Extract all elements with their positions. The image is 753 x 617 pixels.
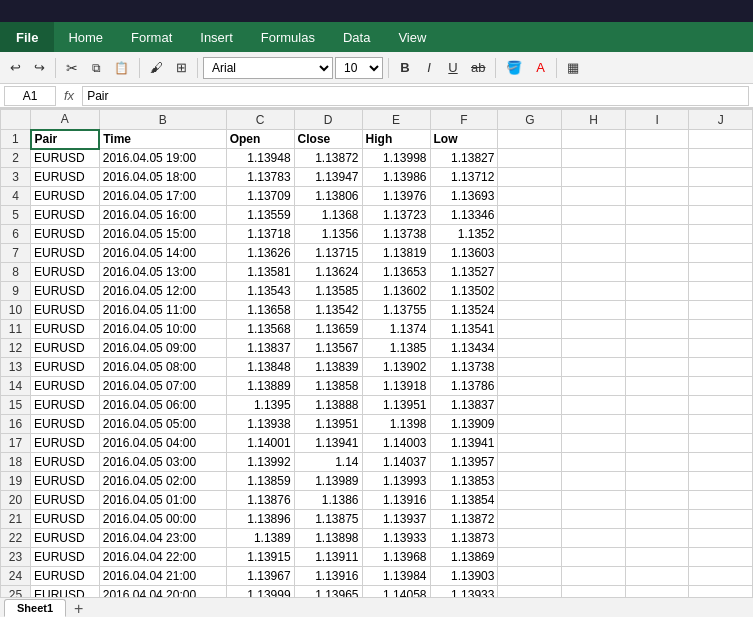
cell-pair[interactable]: EURUSD	[31, 472, 100, 491]
cell-open[interactable]: 1.13876	[226, 491, 294, 510]
cell-time[interactable]: 2016.04.04 21:00	[99, 567, 226, 586]
cell-g[interactable]	[498, 529, 562, 548]
cell-close[interactable]: 1.1356	[294, 225, 362, 244]
cell-high[interactable]: 1.13653	[362, 263, 430, 282]
cell-time[interactable]: 2016.04.05 10:00	[99, 320, 226, 339]
cell-time[interactable]: 2016.04.05 04:00	[99, 434, 226, 453]
col-header-e[interactable]: E	[362, 110, 430, 130]
cell-i[interactable]	[625, 225, 688, 244]
cell-g[interactable]	[498, 510, 562, 529]
cell-g[interactable]	[498, 472, 562, 491]
cell-high[interactable]: 1.13918	[362, 377, 430, 396]
cell-high[interactable]: 1.14037	[362, 453, 430, 472]
cell-pair[interactable]: EURUSD	[31, 453, 100, 472]
cell-low[interactable]: 1.13941	[430, 434, 498, 453]
cell-high[interactable]: 1.13723	[362, 206, 430, 225]
cell-g[interactable]	[498, 301, 562, 320]
cell-pair[interactable]: EURUSD	[31, 168, 100, 187]
menu-format[interactable]: Format	[117, 22, 186, 52]
cell-pair[interactable]: EURUSD	[31, 377, 100, 396]
menu-insert[interactable]: Insert	[186, 22, 247, 52]
cell-close[interactable]: 1.13715	[294, 244, 362, 263]
cell-g[interactable]	[498, 149, 562, 168]
cell-j[interactable]	[689, 396, 753, 415]
cell-j1[interactable]	[689, 130, 753, 149]
cell-i1[interactable]	[625, 130, 688, 149]
cell-time[interactable]: 2016.04.05 01:00	[99, 491, 226, 510]
cell-low[interactable]: 1.13693	[430, 187, 498, 206]
cell-h[interactable]	[562, 586, 626, 598]
cell-open[interactable]: 1.13889	[226, 377, 294, 396]
undo-button[interactable]: ↩	[4, 56, 26, 80]
cell-h[interactable]	[562, 339, 626, 358]
cell-time[interactable]: 2016.04.05 18:00	[99, 168, 226, 187]
cell-g[interactable]	[498, 396, 562, 415]
cell-j[interactable]	[689, 548, 753, 567]
cell-i[interactable]	[625, 567, 688, 586]
menu-data[interactable]: Data	[329, 22, 384, 52]
cell-g[interactable]	[498, 415, 562, 434]
cell-time[interactable]: 2016.04.05 05:00	[99, 415, 226, 434]
cell-open[interactable]: 1.13559	[226, 206, 294, 225]
cell-j[interactable]	[689, 491, 753, 510]
cell-g[interactable]	[498, 225, 562, 244]
cell-j[interactable]	[689, 377, 753, 396]
cell-i[interactable]	[625, 168, 688, 187]
formula-input[interactable]	[82, 86, 749, 106]
cell-h1[interactable]	[562, 130, 626, 149]
cell-open[interactable]: 1.13938	[226, 415, 294, 434]
cell-j[interactable]	[689, 320, 753, 339]
paste-button[interactable]: 📋	[109, 56, 134, 80]
bold-button[interactable]: B	[394, 56, 416, 80]
cell-h[interactable]	[562, 263, 626, 282]
cell-pair[interactable]: EURUSD	[31, 225, 100, 244]
cell-c1[interactable]: Open	[226, 130, 294, 149]
cell-low[interactable]: 1.13786	[430, 377, 498, 396]
cell-low[interactable]: 1.13738	[430, 358, 498, 377]
cell-j[interactable]	[689, 282, 753, 301]
cell-time[interactable]: 2016.04.05 00:00	[99, 510, 226, 529]
cell-h[interactable]	[562, 453, 626, 472]
cell-i[interactable]	[625, 396, 688, 415]
cell-h[interactable]	[562, 377, 626, 396]
cell-close[interactable]: 1.13542	[294, 301, 362, 320]
cell-pair[interactable]: EURUSD	[31, 187, 100, 206]
cell-close[interactable]: 1.13858	[294, 377, 362, 396]
cell-low[interactable]: 1.13903	[430, 567, 498, 586]
cell-high[interactable]: 1.13984	[362, 567, 430, 586]
cell-b1[interactable]: Time	[99, 130, 226, 149]
cell-time[interactable]: 2016.04.04 23:00	[99, 529, 226, 548]
cell-pair[interactable]: EURUSD	[31, 244, 100, 263]
cell-close[interactable]: 1.13951	[294, 415, 362, 434]
cell-g[interactable]	[498, 168, 562, 187]
sheet-tab-sheet1[interactable]: Sheet1	[4, 599, 66, 617]
cell-close[interactable]: 1.13888	[294, 396, 362, 415]
cell-time[interactable]: 2016.04.05 03:00	[99, 453, 226, 472]
font-name-select[interactable]: Arial	[203, 57, 333, 79]
cell-low[interactable]: 1.13527	[430, 263, 498, 282]
col-header-h[interactable]: H	[562, 110, 626, 130]
cell-open[interactable]: 1.13581	[226, 263, 294, 282]
cell-open[interactable]: 1.1389	[226, 529, 294, 548]
cell-open[interactable]: 1.13896	[226, 510, 294, 529]
cell-pair[interactable]: EURUSD	[31, 206, 100, 225]
cell-j[interactable]	[689, 206, 753, 225]
cell-low[interactable]: 1.13853	[430, 472, 498, 491]
cell-pair[interactable]: EURUSD	[31, 396, 100, 415]
cell-close[interactable]: 1.13898	[294, 529, 362, 548]
cell-i[interactable]	[625, 206, 688, 225]
cell-j[interactable]	[689, 225, 753, 244]
col-header-b[interactable]: B	[99, 110, 226, 130]
cut-button[interactable]: ✂	[61, 56, 83, 80]
cell-pair[interactable]: EURUSD	[31, 434, 100, 453]
cell-g[interactable]	[498, 453, 562, 472]
font-color-button[interactable]: A	[529, 56, 551, 80]
cell-open[interactable]: 1.13658	[226, 301, 294, 320]
cell-j[interactable]	[689, 586, 753, 598]
cell-high[interactable]: 1.13976	[362, 187, 430, 206]
cell-high[interactable]: 1.13998	[362, 149, 430, 168]
cell-g[interactable]	[498, 282, 562, 301]
cell-i[interactable]	[625, 377, 688, 396]
borders-button-2[interactable]: ▦	[562, 56, 584, 80]
cell-i[interactable]	[625, 548, 688, 567]
